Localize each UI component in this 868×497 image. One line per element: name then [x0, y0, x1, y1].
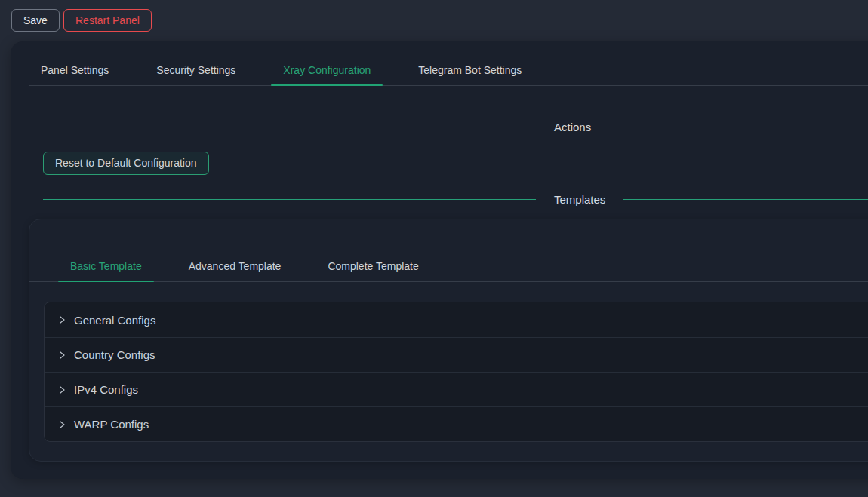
tab-xray-configuration[interactable]: Xray Configuration [271, 55, 383, 85]
panel-label: Country Configs [74, 348, 155, 361]
settings-card: Panel Settings Security Settings Xray Co… [11, 41, 868, 479]
restart-panel-button[interactable]: Restart Panel [63, 9, 152, 32]
tab-panel-settings[interactable]: Panel Settings [29, 55, 121, 85]
templates-card: Basic Template Advanced Template Complet… [29, 219, 868, 462]
save-button[interactable]: Save [11, 9, 60, 32]
tab-advanced-template[interactable]: Advanced Template [177, 251, 294, 281]
actions-divider: Actions [43, 118, 868, 136]
actions-section-title: Actions [536, 121, 609, 133]
xray-configuration-content: Actions Reset to Default Configuration T… [11, 118, 868, 462]
divider-line [43, 199, 536, 200]
panel-label: General Configs [74, 314, 155, 327]
collapse-panel-country-configs[interactable]: Country Configs [45, 337, 868, 372]
collapse-panel-warp-configs[interactable]: WARP Configs [45, 406, 868, 441]
tab-security-settings[interactable]: Security Settings [144, 55, 248, 85]
collapse-panel-general-configs[interactable]: General Configs [45, 302, 868, 337]
reset-default-configuration-button[interactable]: Reset to Default Configuration [43, 152, 209, 175]
tab-telegram-bot-settings[interactable]: Telegram Bot Settings [406, 55, 534, 85]
templates-section-title: Templates [536, 193, 623, 206]
app-viewport: Save Restart Panel Panel Settings Securi… [0, 0, 868, 497]
templates-divider: Templates [43, 190, 868, 208]
chevron-right-icon [57, 385, 66, 394]
panel-label: IPv4 Configs [74, 383, 138, 396]
tab-complete-template[interactable]: Complete Template [315, 251, 430, 281]
settings-tab-bar: Panel Settings Security Settings Xray Co… [29, 55, 868, 86]
top-toolbar: Save Restart Panel [0, 0, 868, 41]
chevron-right-icon [57, 315, 66, 324]
collapse-panel-ipv4-configs[interactable]: IPv4 Configs [45, 372, 868, 406]
divider-line [43, 127, 536, 127]
divider-line [623, 199, 868, 200]
config-collapse-group: General Configs Country Configs IPv4 Con… [44, 302, 868, 442]
divider-line [609, 127, 868, 127]
chevron-right-icon [57, 351, 66, 360]
chevron-right-icon [57, 420, 66, 429]
template-tab-bar: Basic Template Advanced Template Complet… [29, 251, 868, 282]
tab-basic-template[interactable]: Basic Template [58, 251, 154, 281]
panel-label: WARP Configs [74, 418, 149, 431]
